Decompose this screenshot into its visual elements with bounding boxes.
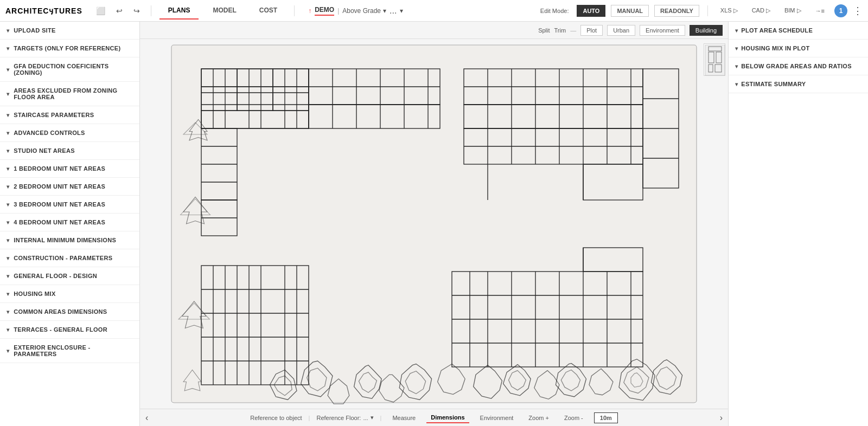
- toolbar-divider: —: [570, 27, 576, 34]
- sidebar-item-label: TARGETS (only for reference): [14, 45, 120, 51]
- ref-floor-label: Reference Floor:: [316, 415, 361, 421]
- environment-button[interactable]: Environment: [476, 413, 518, 423]
- sidebar-item-label: 1 BEDROOM UNIT NET AREAS: [14, 165, 105, 172]
- bim-export-button[interactable]: BIM ▷: [780, 5, 806, 16]
- chevron-icon: ▾: [7, 28, 9, 34]
- view-plot-button[interactable]: Plot: [580, 25, 603, 36]
- redo-icon[interactable]: ↪: [131, 5, 143, 17]
- cad-export-button[interactable]: CAD ▷: [748, 5, 775, 16]
- right-section-housing-mix[interactable]: ▾ HOUSING MIX IN PLOT: [729, 40, 868, 57]
- save-icon[interactable]: ⬜: [93, 5, 108, 17]
- sidebar-item-general-floor[interactable]: ▾ GENERAL FLOOR - DESIGN: [0, 267, 139, 285]
- measure-button[interactable]: Measure: [388, 413, 420, 423]
- floor-dropdown-chevron-icon: ▾: [371, 414, 374, 421]
- edit-mode-auto[interactable]: AUTO: [577, 5, 605, 17]
- arrows-button[interactable]: →≡: [811, 5, 829, 16]
- undo-icon[interactable]: ↩: [113, 5, 125, 17]
- sidebar-item-internal-min-dim[interactable]: ▾ INTERNAL MINIMUM DIMENSIONS: [0, 231, 139, 249]
- chevron-icon: ▾: [7, 348, 9, 354]
- sidebar-item-label: HOUSING MIX: [14, 291, 55, 297]
- sidebar-item-label: GFA DEDUCTION COEFICIENTS (ZONING): [14, 63, 133, 76]
- sidebar-item-construction[interactable]: ▾ CONSTRUCTION - PARAMETERS: [0, 249, 139, 267]
- section-label: ESTIMATE SUMMARY: [741, 81, 806, 87]
- view-environment-button[interactable]: Environment: [640, 25, 685, 36]
- right-section-below-grade[interactable]: ▾ BELOW GRADE AREAS AND RATIOS: [729, 57, 868, 75]
- divider-2: [294, 5, 295, 16]
- chevron-icon: ▾: [7, 148, 9, 154]
- sidebar-item-advanced-controls[interactable]: ▾ ADVANCED CONTROLS: [0, 124, 139, 142]
- zoom-minus-button[interactable]: Zoom -: [560, 413, 588, 423]
- more-options-button[interactable]: ⋮: [853, 5, 863, 17]
- edit-mode-readonly[interactable]: READONLY: [654, 5, 699, 17]
- sidebar-item-4bed[interactable]: ▾ 4 BEDROOM UNIT NET AREAS: [0, 214, 139, 231]
- sidebar-item-staircase[interactable]: ▾ STAIRCASE PARAMETERS: [0, 106, 139, 124]
- ref-floor-value: ...: [363, 415, 368, 421]
- tab-cost[interactable]: COST: [251, 2, 286, 20]
- sidebar-item-label: 3 BEDROOM UNIT NET AREAS: [14, 201, 105, 208]
- sidebar-item-label: 2 BEDROOM UNIT NET AREAS: [14, 183, 105, 190]
- sidebar-item-housing-mix[interactable]: ▾ HOUSING MIX: [0, 285, 139, 303]
- chevron-icon: ▾: [7, 130, 9, 136]
- chevron-icon: ▾: [7, 220, 9, 225]
- dimensions-button[interactable]: Dimensions: [426, 412, 469, 423]
- sidebar-item-studio-net[interactable]: ▾ STUDIO NET AREAS: [0, 142, 139, 160]
- sidebar-item-label: ADVANCED CONTROLS: [14, 130, 85, 136]
- zoom-plus-button[interactable]: Zoom +: [524, 413, 553, 423]
- chevron-icon: ▾: [7, 67, 9, 73]
- user-avatar[interactable]: 1: [834, 4, 847, 17]
- zoom-scale-display: 10m: [594, 412, 618, 423]
- chevron-icon: ▾: [7, 291, 9, 297]
- sidebar-item-label: CONSTRUCTION - PARAMETERS: [14, 255, 112, 261]
- sidebar-item-1bed[interactable]: ▾ 1 BEDROOM UNIT NET AREAS: [0, 160, 139, 178]
- xls-export-button[interactable]: XLS ▷: [716, 5, 742, 16]
- chevron-icon: ▾: [7, 202, 9, 208]
- section-label: BELOW GRADE AREAS AND RATIOS: [741, 63, 852, 69]
- sidebar-item-3bed[interactable]: ▾ 3 BEDROOM UNIT NET AREAS: [0, 196, 139, 214]
- dots-button[interactable]: ...: [390, 6, 397, 16]
- sidebar-item-label: TERRACES - GENERAL FLOOR: [14, 326, 107, 333]
- tab-model[interactable]: MODEL: [204, 2, 245, 20]
- top-bar: ARCHITECӌTURES ⬜ ↩ ↪ PLANS MODEL COST ↑ …: [0, 0, 868, 22]
- sidebar-item-targets[interactable]: ▾ TARGETS (only for reference): [0, 40, 139, 57]
- chevron-icon: ▾: [7, 184, 9, 190]
- nav-right-button[interactable]: ›: [720, 413, 723, 423]
- sidebar-item-2bed[interactable]: ▾ 2 BEDROOM UNIT NET AREAS: [0, 178, 139, 196]
- tab-plans[interactable]: PLANS: [159, 2, 199, 20]
- edit-mode-manual[interactable]: MANUAL: [611, 5, 649, 17]
- bottom-divider-2: |: [380, 415, 382, 421]
- main-canvas[interactable]: Split Trim — Plot Urban Environment Buil…: [140, 22, 728, 426]
- view-building-button[interactable]: Building: [690, 25, 723, 36]
- canvas-toolbar: Split Trim — Plot Urban Environment Buil…: [140, 22, 728, 39]
- right-panel: ▾ PLOT AREA SCHEDULE ▾ HOUSING MIX IN PL…: [728, 22, 868, 426]
- right-section-plot-area[interactable]: ▾ PLOT AREA SCHEDULE: [729, 22, 868, 40]
- sidebar-item-exterior[interactable]: ▾ EXTERIOR ENCLOSURE - PARAMETERS: [0, 339, 139, 363]
- chevron-icon: ▾: [7, 112, 9, 118]
- view-urban-button[interactable]: Urban: [607, 25, 635, 36]
- bottom-bar: ‹ Reference to object | Reference Floor:…: [140, 409, 728, 426]
- sidebar-item-terraces[interactable]: ▾ TERRACES - GENERAL FLOOR: [0, 321, 139, 339]
- reference-object-label: Reference to object: [250, 415, 302, 421]
- main-layout: ▾ UPLOAD SITE ▾ TARGETS (only for refere…: [0, 22, 868, 426]
- chevron-icon: ▾: [7, 166, 9, 172]
- dropdown-arrow-icon[interactable]: ▾: [400, 7, 403, 15]
- trim-button[interactable]: Trim: [554, 27, 566, 34]
- split-button[interactable]: Split: [538, 27, 550, 34]
- sidebar-item-gfa-deduction[interactable]: ▾ GFA DEDUCTION COEFICIENTS (ZONING): [0, 57, 139, 82]
- nav-left-button[interactable]: ‹: [145, 413, 148, 423]
- svg-rect-0: [171, 45, 697, 403]
- chevron-icon: ▾: [7, 91, 9, 97]
- floor-plan-area[interactable]: [140, 39, 728, 409]
- sidebar-item-areas-excluded[interactable]: ▾ AREAS EXCLUDED FROM ZONING FLOOR AREA: [0, 82, 139, 106]
- sidebar-item-label: STUDIO NET AREAS: [14, 147, 75, 154]
- sidebar-item-label: GENERAL FLOOR - DESIGN: [14, 273, 97, 279]
- chevron-icon: ▾: [7, 327, 9, 333]
- right-section-estimate[interactable]: ▾ ESTIMATE SUMMARY: [729, 75, 868, 93]
- chevron-icon: ▾: [7, 309, 9, 315]
- sidebar-item-common-areas[interactable]: ▾ COMMON AREAS DIMENSIONS: [0, 303, 139, 321]
- floor-plan-svg: [140, 39, 728, 409]
- reference-floor-dropdown[interactable]: Reference Floor: ... ▾: [316, 414, 373, 421]
- chevron-icon: ▾: [7, 273, 9, 279]
- sidebar-item-upload-site[interactable]: ▾ UPLOAD SITE: [0, 22, 139, 40]
- grade-dropdown[interactable]: Above Grade ▾: [342, 7, 386, 15]
- section-chevron-icon: ▾: [735, 63, 738, 69]
